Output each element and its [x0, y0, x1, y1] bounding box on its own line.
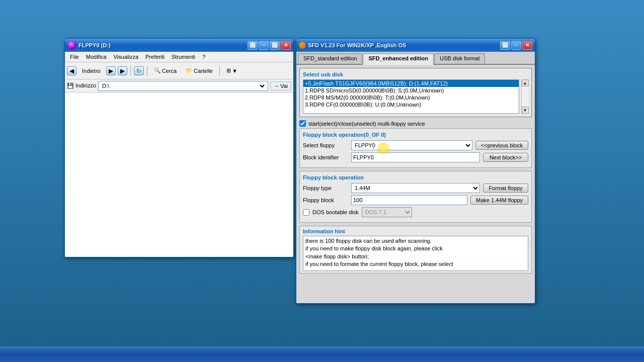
scroll-up-arrow[interactable]: ▲: [522, 79, 529, 86]
go-button[interactable]: → Vai: [270, 81, 291, 90]
multi-floppy-checkbox[interactable]: [299, 120, 306, 127]
info-section: Information hint there is 100 floppy dis…: [299, 226, 532, 274]
go-label: Vai: [280, 83, 288, 89]
floppy-type-dropdown[interactable]: 1.44M: [351, 183, 480, 193]
search-label: Cerca: [162, 68, 177, 74]
dos-version-dropdown[interactable]: DOS 7.1: [362, 207, 412, 217]
views-arrow: ▼: [232, 68, 237, 74]
menu-modifica[interactable]: Modifica: [83, 53, 110, 61]
floppy-block-row: Floppy block Make 1.44M floppy: [303, 195, 528, 205]
address-icon: 💾: [67, 82, 74, 88]
tab-enhanced[interactable]: SFD_enhanced edition: [363, 53, 434, 65]
info-text-area: there is 100 floppy disk can be used aft…: [303, 236, 528, 271]
floppy-type-row: Floppy type 1.44M Format floppy: [303, 183, 528, 193]
sfd-window: SFD V1.23 For WIN2K/XP ,English OS ⬜ ─ ✕…: [296, 38, 535, 304]
back-button[interactable]: ◀: [67, 66, 76, 75]
menu-help[interactable]: ?: [199, 53, 208, 61]
explorer-content-area: [65, 93, 293, 257]
search-icon: 🔍: [154, 67, 161, 74]
usb-section-label: Select usb disk: [303, 71, 528, 77]
info-title: Information hint: [303, 228, 528, 234]
floppy-block-label: Floppy block: [303, 197, 348, 203]
explorer-maximize-btn[interactable]: ⬜: [270, 41, 280, 50]
usb-list-item-2[interactable]: 2.RDP8 MS/M2(0.000000B\0B): T:(0.0M,Unkn…: [303, 94, 519, 101]
usb-scrollbar[interactable]: ▲ ▼: [521, 79, 528, 114]
explorer-menu-bar: File Modifica Visualizza Preferiti Strum…: [65, 52, 293, 62]
menu-preferiti[interactable]: Preferiti: [142, 53, 168, 61]
explorer-title-text: FLPPY0 (D:): [78, 42, 246, 48]
usb-section: Select usb disk +5.JetFlash TS1GJFV60(98…: [299, 68, 532, 117]
floppy-operation-section: Floppy block operation Floppy type 1.44M…: [299, 171, 532, 223]
menu-strumenti[interactable]: Strumenti: [169, 53, 198, 61]
back-label[interactable]: Indietro: [78, 66, 104, 75]
select-floppy-dropdown[interactable]: FLPPY0: [351, 140, 472, 150]
prev-block-button[interactable]: <<previous block: [475, 141, 528, 150]
sfd-title-bar: SFD V1.23 For WIN2K/XP ,English OS ⬜ ─ ✕: [296, 39, 535, 52]
floppy-block-input[interactable]: [351, 195, 467, 205]
block-identifier-input[interactable]: [351, 152, 480, 162]
address-label: 💾 Indirizzo: [67, 82, 96, 89]
views-icon: ⊞: [226, 67, 231, 74]
sfd-title-text: SFD V1.23 For WIN2K/XP ,English OS: [308, 42, 498, 48]
sfd-close-btn[interactable]: ✕: [522, 41, 532, 50]
format-floppy-button[interactable]: Format floppy: [483, 184, 528, 193]
explorer-window: FLPPY0 (D:) ⬜ ─ ⬜ ✕ File Modifica Visual…: [64, 38, 294, 257]
explorer-title-bar: FLPPY0 (D:) ⬜ ─ ⬜ ✕: [65, 39, 293, 52]
refresh-btn[interactable]: ↻: [134, 66, 144, 75]
explorer-title-buttons: ⬜ ─ ⬜ ✕: [248, 41, 291, 50]
floppy-block-operation-title: Floppy block operation(0_OF 0): [303, 132, 528, 138]
taskbar: [0, 347, 644, 362]
explorer-close-btn[interactable]: ✕: [281, 41, 291, 50]
sfd-tab-bar: SFD_standard edition SFD_enhanced editio…: [296, 52, 535, 65]
forward-button[interactable]: ▶: [106, 66, 116, 75]
explorer-restore-btn[interactable]: ⬜: [248, 41, 258, 50]
dos-bootable-row: DOS bootable disk DOS 7.1: [303, 207, 528, 217]
toolbar-sep2: [147, 66, 147, 76]
info-line-0: there is 100 floppy disk can be used aft…: [305, 237, 526, 245]
folders-label: Cartelle: [194, 68, 213, 74]
block-identifier-label: Block identifier: [303, 154, 348, 160]
sfd-restore-btn[interactable]: ⬜: [500, 41, 510, 50]
search-button[interactable]: 🔍 Cerca: [150, 66, 180, 75]
multi-floppy-checkbox-row: start(select)/close(unselect) multi-flop…: [299, 120, 532, 127]
info-line-1: if you need to make floppy disk block ag…: [305, 245, 526, 252]
select-floppy-row: Select floppy FLPPY0 <<previous block: [303, 140, 528, 150]
tab-usb-format[interactable]: USB disk format: [434, 53, 485, 64]
info-line-3: if you need to formate the current flopp…: [305, 260, 526, 268]
menu-visualizza[interactable]: Visualizza: [111, 53, 141, 61]
usb-list-item-0[interactable]: +5.JetFlash TS1GJFV60(984.0MB\512B): D:(…: [303, 80, 519, 87]
explorer-toolbar: ◀ Indietro ▶ ▶ ↻ 🔍 Cerca 📁 Cartelle ⊞ ▼: [65, 62, 293, 79]
dos-bootable-checkbox[interactable]: [303, 209, 309, 216]
sfd-minimize-btn[interactable]: ─: [511, 41, 521, 50]
address-select[interactable]: D:\: [100, 82, 266, 89]
info-line-2: <make flopp disk> button;: [305, 253, 526, 260]
explorer-address-bar: 💾 Indirizzo D:\ → Vai: [65, 79, 293, 93]
floppy-type-label: Floppy type: [303, 185, 348, 191]
forward-btn2[interactable]: ▶: [118, 66, 127, 75]
usb-disk-list[interactable]: +5.JetFlash TS1GJFV60(984.0MB\512B): D:(…: [303, 79, 519, 114]
explorer-minimize-btn[interactable]: ─: [259, 41, 269, 50]
sfd-window-icon: [299, 42, 306, 49]
scroll-down-arrow[interactable]: ▼: [522, 107, 529, 114]
floppy-block-select-section: Floppy block operation(0_OF 0) Select fl…: [299, 128, 532, 168]
dos-bootable-label: DOS bootable disk: [312, 209, 359, 215]
select-floppy-label: Select floppy: [303, 142, 348, 148]
explorer-window-icon: [67, 41, 76, 50]
sfd-tab-content: Select usb disk +5.JetFlash TS1GJFV60(98…: [296, 65, 535, 303]
next-block-button[interactable]: Next block>>: [483, 153, 528, 162]
multi-floppy-label: start(select)/close(unselect) multi-flop…: [308, 121, 425, 127]
go-arrow-icon: →: [274, 83, 279, 89]
sfd-inner: SFD_standard edition SFD_enhanced editio…: [296, 52, 535, 303]
floppy-operation-title: Floppy block operation: [303, 174, 528, 180]
make-floppy-button[interactable]: Make 1.44M floppy: [470, 196, 528, 205]
menu-file[interactable]: File: [67, 53, 82, 61]
address-input-container: D:\: [98, 81, 268, 91]
toolbar-sep3: [219, 66, 220, 76]
tab-standard[interactable]: SFD_standard edition: [298, 53, 362, 64]
sfd-title-buttons: ⬜ ─ ✕: [500, 41, 532, 50]
usb-list-item-3[interactable]: 3.RDP8 CF(0.000000B\0B): U:(0.0M,Unknown…: [303, 101, 519, 108]
folders-button[interactable]: 📁 Cartelle: [182, 66, 216, 75]
usb-list-item-1[interactable]: 1.RDP8 SD/microSD(0.000000B\0B): S:(0.0M…: [303, 87, 519, 94]
folders-icon: 📁: [186, 67, 193, 74]
views-button[interactable]: ⊞ ▼: [223, 66, 241, 75]
